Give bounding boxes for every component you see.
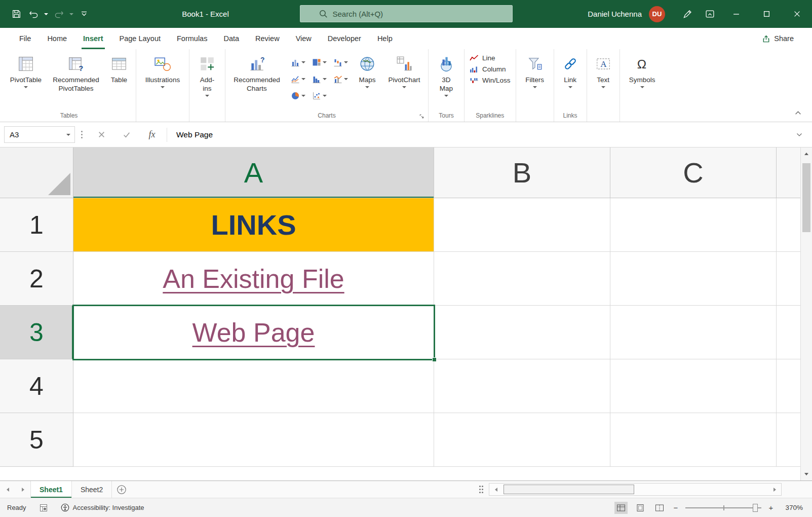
zoom-in-button[interactable]: + [767, 503, 775, 512]
view-normal-button[interactable] [614, 502, 628, 514]
sheet-nav-left-icon[interactable] [0, 481, 15, 498]
insert-statistic-chart-button[interactable] [308, 70, 330, 87]
tab-file[interactable]: File [11, 28, 39, 49]
horizontal-scrollbar[interactable] [489, 483, 782, 496]
pivotchart-button[interactable]: PivotChart [382, 49, 426, 88]
expand-formula-bar-icon[interactable] [791, 133, 808, 137]
tab-formulas[interactable]: Formulas [169, 28, 215, 49]
row-header-3[interactable]: 3 [0, 306, 73, 359]
formula-bar-splitter[interactable] [81, 131, 83, 138]
scroll-down-icon[interactable] [801, 468, 812, 481]
insert-column-chart-button[interactable] [287, 54, 308, 70]
threed-map-button[interactable]: 3D Map [431, 49, 462, 97]
user-name[interactable]: Daniel Uchenna [588, 10, 642, 18]
undo-button[interactable] [25, 5, 42, 23]
maps-button[interactable]: Maps [352, 49, 382, 88]
formula-input[interactable]: Web Page [169, 130, 791, 139]
name-box[interactable]: A3 [4, 126, 75, 143]
cell-b1[interactable] [434, 198, 610, 252]
tab-review[interactable]: Review [247, 28, 288, 49]
save-button[interactable] [8, 5, 24, 23]
share-button[interactable]: Share [757, 30, 799, 47]
hscroll-right-icon[interactable] [768, 484, 781, 495]
avatar[interactable]: DU [649, 6, 665, 22]
sparkline-winloss-button[interactable]: Win/Loss [470, 77, 511, 84]
cell-a1[interactable]: LINKS [73, 198, 434, 252]
column-header-a[interactable]: A [73, 147, 434, 198]
undo-dropdown-icon[interactable] [43, 5, 50, 23]
zoom-level[interactable]: 370% [781, 504, 803, 511]
tab-insert[interactable]: Insert [75, 28, 111, 49]
cell-a3-hyperlink[interactable]: Web Page [192, 317, 315, 348]
customize-quick-access-button[interactable] [76, 5, 92, 23]
collapse-ribbon-button[interactable] [792, 107, 804, 118]
ribbon-display-options-button[interactable] [699, 0, 721, 28]
macro-record-button[interactable] [40, 504, 48, 512]
tab-developer[interactable]: Developer [320, 28, 369, 49]
view-page-break-button[interactable] [653, 502, 666, 514]
minimize-button[interactable] [721, 0, 751, 28]
horizontal-scroll-thumb[interactable] [504, 485, 634, 494]
tab-home[interactable]: Home [39, 28, 75, 49]
insert-function-button[interactable]: fx [139, 126, 165, 143]
vertical-scrollbar[interactable] [800, 147, 812, 481]
cancel-button[interactable] [89, 126, 114, 143]
insert-hierarchy-chart-button[interactable] [308, 54, 330, 70]
cell-d5-partial[interactable] [777, 413, 800, 467]
zoom-out-button[interactable]: − [672, 503, 679, 512]
vertical-scroll-thumb[interactable] [802, 163, 810, 232]
charts-dialog-launcher-icon[interactable] [418, 113, 426, 120]
cell-a2-hyperlink[interactable]: An Existing File [163, 264, 344, 294]
pen-button[interactable] [676, 0, 699, 28]
scroll-up-icon[interactable] [801, 147, 812, 160]
text-button[interactable]: A Text [589, 49, 617, 88]
tab-scrollbar-splitter[interactable] [479, 481, 484, 498]
insert-combo-chart-button[interactable] [330, 70, 351, 87]
row-header-4[interactable]: 4 [0, 359, 73, 413]
cell-b2[interactable] [434, 252, 610, 306]
maximize-button[interactable] [751, 0, 782, 28]
cell-b4[interactable] [434, 359, 610, 413]
column-header-partial[interactable] [777, 147, 800, 198]
pivottable-button[interactable]: PivotTable [4, 49, 48, 88]
close-button[interactable] [782, 0, 812, 28]
tab-help[interactable]: Help [369, 28, 401, 49]
symbols-button[interactable]: Ω Symbols [622, 49, 663, 88]
cell-b3[interactable] [434, 306, 610, 359]
filters-button[interactable]: Filters [518, 49, 552, 88]
zoom-slider-thumb[interactable] [753, 504, 758, 512]
row-header-5[interactable]: 5 [0, 413, 73, 467]
insert-pie-chart-button[interactable] [287, 87, 308, 104]
tab-data[interactable]: Data [215, 28, 247, 49]
column-header-c[interactable]: C [610, 147, 777, 198]
enter-button[interactable] [114, 126, 139, 143]
cell-a5[interactable] [73, 413, 434, 467]
hscroll-left-icon[interactable] [489, 484, 502, 495]
tab-view[interactable]: View [288, 28, 320, 49]
hscroll-track[interactable] [502, 484, 768, 495]
cell-a3[interactable]: Web Page [73, 306, 434, 359]
search-input[interactable] [333, 10, 485, 18]
recommended-pivottables-button[interactable]: ? Recommended PivotTables [48, 49, 104, 93]
cell-c2[interactable] [610, 252, 777, 306]
accessibility-status[interactable]: Accessibility: Investigate [61, 503, 144, 512]
addins-button[interactable]: Add-ins [191, 49, 223, 97]
insert-line-chart-button[interactable] [287, 70, 308, 87]
insert-waterfall-chart-button[interactable] [330, 54, 351, 70]
cell-a2[interactable]: An Existing File [73, 252, 434, 306]
recommended-charts-button[interactable]: ? Recommended Charts [227, 49, 286, 93]
zoom-slider[interactable] [685, 503, 761, 513]
cell-d3-partial[interactable] [777, 306, 800, 359]
row-header-2[interactable]: 2 [0, 252, 73, 306]
new-sheet-button[interactable] [112, 481, 131, 498]
cell-d4-partial[interactable] [777, 359, 800, 413]
column-header-b[interactable]: B [434, 147, 610, 198]
insert-scatter-chart-button[interactable] [308, 87, 330, 104]
tab-sheet1[interactable]: Sheet1 [30, 481, 72, 498]
select-all-corner[interactable] [0, 147, 73, 198]
cell-a4[interactable] [73, 359, 434, 413]
redo-dropdown-icon[interactable] [68, 5, 75, 23]
fill-handle[interactable] [432, 357, 437, 362]
illustrations-button[interactable]: Illustrations [138, 49, 187, 88]
view-page-layout-button[interactable] [634, 502, 647, 514]
